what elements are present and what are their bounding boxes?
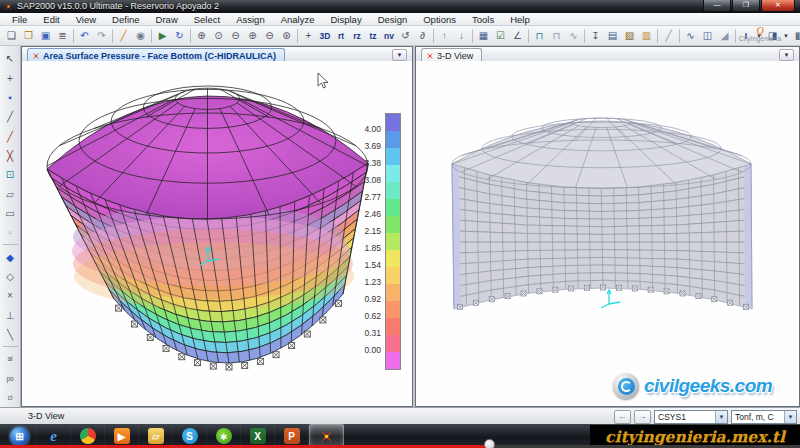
object-options-button[interactable]: ☑ [492,27,509,45]
rotate-view-button[interactable]: ↺ [397,27,414,45]
snap-ends-tool[interactable]: ◇ [1,267,20,286]
excel-app[interactable]: X [241,425,275,447]
view-rt-button[interactable]: rt [333,27,349,45]
view-3d-button[interactable]: 3D [317,27,333,45]
powerpoint-app[interactable]: P [275,425,309,447]
draw-rect-area-tool[interactable]: ▭ [1,204,20,223]
messenger-app[interactable]: ∗ [207,425,241,447]
draw-frame-button[interactable]: ⊓ [531,27,548,45]
left-tab-title: Area Surface Pressure - Face Bottom (C-H… [43,51,276,61]
maximize-button[interactable]: ❐ [732,0,760,12]
quick-draw-braces-button[interactable]: ∿ [565,27,582,45]
menu-view[interactable]: View [68,13,104,26]
save-model-button[interactable]: ▣ [37,27,54,45]
run-analysis-button[interactable]: ▶ [154,27,171,45]
menu-select[interactable]: Select [186,13,228,26]
show-forces-button[interactable]: ◫ [699,27,716,45]
move-down-list-button[interactable]: ↓ [453,27,470,45]
quick-draw-frame-button[interactable]: ⊓ [548,27,565,45]
undo-button[interactable]: ↶ [76,27,93,45]
zoom-previous-button[interactable]: ⊖ [227,27,244,45]
menu-define[interactable]: Define [104,13,147,26]
zoom-out-button[interactable]: ⊖ [261,27,278,45]
menu-tools[interactable]: Tools [464,13,502,26]
draw-poly-area-tool[interactable]: ▱ [1,184,20,203]
view-tz-button[interactable]: tz [365,27,381,45]
zoom-in-button[interactable]: ⊕ [244,27,261,45]
move-up-list-button[interactable]: ↑ [436,27,453,45]
minimize-button[interactable]: — [703,0,731,12]
menu-analyze[interactable]: Analyze [273,13,323,26]
zoom-limits-button[interactable]: ⊛ [278,27,295,45]
menu-help[interactable]: Help [502,13,538,26]
menu-draw[interactable]: Draw [148,13,186,26]
show-deformed-shape-button[interactable]: ∿ [682,27,699,45]
right-pane-dropdown[interactable]: ▼ [779,49,794,61]
snap-lines-tool[interactable]: ╲ [1,325,20,344]
tab-3d-view[interactable]: 3-D View [421,48,482,62]
3d-view-canvas[interactable]: civilgeeks.com [416,61,799,406]
measure-tool-button[interactable]: ∠ [509,27,526,45]
open-file-button[interactable]: ❐ [20,27,37,45]
show-tables-button[interactable]: ▥ [638,27,655,45]
close-button[interactable]: ✕ [761,0,795,12]
pane-splitter[interactable] [413,46,415,407]
title-bar[interactable]: SAP2000 v15.0.0 Ultimate - Reservorio Ap… [0,0,800,13]
video-progress-knob[interactable] [484,439,495,448]
windows-explorer-app[interactable]: ▱ [139,425,173,447]
assign-area-button[interactable]: ▧ [621,27,638,45]
skype-app[interactable]: S [173,425,207,447]
draw-braces-tool[interactable]: ╱ [1,126,20,145]
start-button[interactable]: ⊞ [3,425,37,447]
legend-swatch [386,284,400,301]
redo-button[interactable]: ↷ [93,27,110,45]
snap-all-tool[interactable]: al [1,349,20,368]
quick-draw-area-tool[interactable]: ▫ [1,223,20,242]
lock-model-button[interactable]: ◉ [132,27,149,45]
menu-bar: FileEditViewDefineDrawSelectAssignAnalyz… [0,13,800,26]
next-view-button[interactable]: → [634,410,651,424]
snap-perpendicular-tool[interactable]: ⊥ [1,305,20,324]
pressure-view-canvas[interactable]: 4.003.693.383.082.772.462.151.851.541.23… [22,61,412,406]
menu-options[interactable]: Options [415,13,464,26]
draw-pencil-button[interactable]: ╱ [115,27,132,45]
assign-frame-button[interactable]: ▤ [604,27,621,45]
assign-joint-button[interactable]: ↧ [587,27,604,45]
draw-frame-tool[interactable]: ╱ [1,107,20,126]
units-combo-caret[interactable]: ▼ [784,411,796,423]
left-pane-dropdown[interactable]: ▼ [392,49,407,61]
tab-area-surface-pressure[interactable]: Area Surface Pressure - Face Bottom (C-H… [27,48,285,62]
menu-assign[interactable]: Assign [228,13,273,26]
draw-joint-tool[interactable]: ▪ [1,88,20,107]
pointer-tool[interactable]: ↖ [1,49,20,68]
section-cut-button[interactable]: ╱ [660,27,677,45]
zoom-restore-button[interactable]: ⊙ [210,27,227,45]
csys-combo-caret[interactable]: ▼ [715,411,727,423]
view-rz-button[interactable]: rz [349,27,365,45]
draw-special-joint-tool[interactable]: ⊡ [1,165,20,184]
perspective-toggle-button[interactable]: ∂ [414,27,431,45]
display-options-button[interactable]: ▦ [475,27,492,45]
snap-points-tool[interactable]: ◆ [1,247,20,266]
snap-clear-tool[interactable]: cl [1,388,20,407]
draw-secondary-beams-tool[interactable]: ╳ [1,146,20,165]
menu-file[interactable]: File [4,13,35,26]
units-combo[interactable]: Tonf, m, C▼ [731,410,797,424]
view-nv-button[interactable]: nv [381,27,397,45]
reshape-tool[interactable]: + [1,68,20,87]
menu-edit[interactable]: Edit [35,13,67,26]
snap-intersections-tool[interactable]: × [1,286,20,305]
internet-explorer-app[interactable]: e [37,425,71,447]
menu-design[interactable]: Design [370,13,416,26]
print-button[interactable]: ≣ [54,27,71,45]
new-model-button[interactable]: ❏ [3,27,20,45]
pan-button[interactable]: + [300,27,317,45]
refresh-view-button[interactable]: ↻ [171,27,188,45]
csys-combo[interactable]: CSYS1▼ [654,410,728,424]
zoom-rubber-band-button[interactable]: ⊕ [193,27,210,45]
media-player-app[interactable]: ▶ [105,425,139,447]
previous-view-button[interactable]: ← [614,410,631,424]
snap-points-label-tool[interactable]: po [1,368,20,387]
chrome-app[interactable] [71,425,105,447]
menu-display[interactable]: Display [322,13,369,26]
